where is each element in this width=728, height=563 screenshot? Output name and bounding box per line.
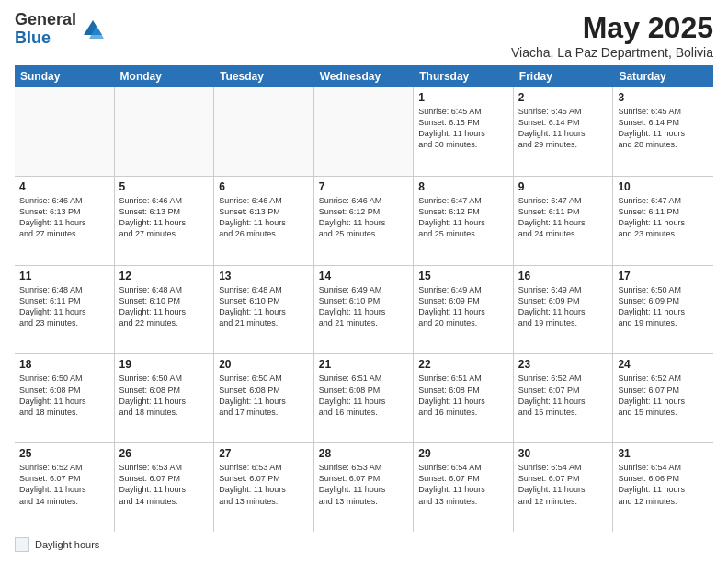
cal-cell-7: 7Sunrise: 6:46 AM Sunset: 6:12 PM Daylig…	[314, 177, 415, 265]
cal-cell-14: 14Sunrise: 6:49 AM Sunset: 6:10 PM Dayli…	[314, 266, 415, 354]
calendar-header: SundayMondayTuesdayWednesdayThursdayFrid…	[15, 65, 713, 87]
cal-cell-13: 13Sunrise: 6:48 AM Sunset: 6:10 PM Dayli…	[214, 266, 314, 354]
day-info: Sunrise: 6:48 AM Sunset: 6:10 PM Dayligh…	[119, 284, 210, 329]
day-number: 6	[219, 180, 309, 193]
day-number: 29	[418, 447, 508, 460]
cal-cell-18: 18Sunrise: 6:50 AM Sunset: 6:08 PM Dayli…	[15, 354, 115, 442]
day-number: 14	[319, 270, 409, 282]
day-info: Sunrise: 6:53 AM Sunset: 6:07 PM Dayligh…	[219, 462, 309, 507]
day-info: Sunrise: 6:45 AM Sunset: 6:14 PM Dayligh…	[518, 106, 609, 151]
page: General Blue May 2025 Viacha, La Paz Dep…	[0, 0, 728, 563]
day-number: 1	[418, 91, 508, 104]
cal-cell-25: 25Sunrise: 6:52 AM Sunset: 6:07 PM Dayli…	[15, 443, 115, 532]
cal-cell-5: 5Sunrise: 6:46 AM Sunset: 6:13 PM Daylig…	[115, 177, 215, 265]
day-number: 9	[518, 180, 609, 193]
day-number: 17	[618, 270, 709, 282]
day-info: Sunrise: 6:47 AM Sunset: 6:11 PM Dayligh…	[518, 195, 609, 240]
day-number: 19	[119, 358, 210, 371]
day-number: 2	[518, 91, 609, 104]
day-number: 16	[518, 270, 609, 282]
day-info: Sunrise: 6:53 AM Sunset: 6:07 PM Dayligh…	[319, 462, 409, 507]
day-info: Sunrise: 6:48 AM Sunset: 6:10 PM Dayligh…	[219, 284, 309, 329]
cal-cell-1: 1Sunrise: 6:45 AM Sunset: 6:15 PM Daylig…	[414, 87, 514, 176]
day-number: 13	[219, 270, 309, 282]
day-info: Sunrise: 6:46 AM Sunset: 6:13 PM Dayligh…	[219, 195, 309, 240]
day-info: Sunrise: 6:48 AM Sunset: 6:11 PM Dayligh…	[19, 284, 109, 329]
cal-cell-6: 6Sunrise: 6:46 AM Sunset: 6:13 PM Daylig…	[214, 177, 314, 265]
day-number: 25	[19, 447, 109, 460]
cal-cell-4: 4Sunrise: 6:46 AM Sunset: 6:13 PM Daylig…	[15, 177, 115, 265]
day-number: 30	[518, 447, 609, 460]
day-number: 21	[319, 358, 409, 371]
day-info: Sunrise: 6:54 AM Sunset: 6:07 PM Dayligh…	[518, 462, 609, 507]
cal-cell-27: 27Sunrise: 6:53 AM Sunset: 6:07 PM Dayli…	[214, 443, 314, 532]
cal-cell-28: 28Sunrise: 6:53 AM Sunset: 6:07 PM Dayli…	[314, 443, 415, 532]
cal-cell-31: 31Sunrise: 6:54 AM Sunset: 6:06 PM Dayli…	[613, 443, 713, 532]
day-number: 27	[219, 447, 309, 460]
day-info: Sunrise: 6:46 AM Sunset: 6:13 PM Dayligh…	[19, 195, 109, 240]
cal-cell-21: 21Sunrise: 6:51 AM Sunset: 6:08 PM Dayli…	[314, 354, 415, 442]
day-number: 10	[618, 180, 709, 193]
day-info: Sunrise: 6:52 AM Sunset: 6:07 PM Dayligh…	[618, 373, 709, 418]
day-number: 26	[119, 447, 210, 460]
header-day-friday: Friday	[514, 65, 614, 87]
logo: General Blue	[15, 11, 106, 48]
day-number: 3	[618, 91, 709, 104]
cal-cell-24: 24Sunrise: 6:52 AM Sunset: 6:07 PM Dayli…	[613, 354, 713, 442]
day-number: 8	[418, 180, 508, 193]
day-info: Sunrise: 6:45 AM Sunset: 6:15 PM Dayligh…	[418, 106, 508, 151]
header-day-monday: Monday	[115, 65, 215, 87]
header: General Blue May 2025 Viacha, La Paz Dep…	[15, 11, 713, 60]
day-info: Sunrise: 6:50 AM Sunset: 6:08 PM Dayligh…	[19, 373, 109, 418]
legend-label: Daylight hours	[35, 539, 99, 550]
cal-cell-9: 9Sunrise: 6:47 AM Sunset: 6:11 PM Daylig…	[514, 177, 614, 265]
cal-cell-22: 22Sunrise: 6:51 AM Sunset: 6:08 PM Dayli…	[414, 354, 514, 442]
header-day-tuesday: Tuesday	[214, 65, 314, 87]
day-info: Sunrise: 6:50 AM Sunset: 6:08 PM Dayligh…	[219, 373, 309, 418]
header-day-thursday: Thursday	[414, 65, 514, 87]
cal-cell-empty-2	[214, 87, 314, 176]
cal-cell-26: 26Sunrise: 6:53 AM Sunset: 6:07 PM Dayli…	[115, 443, 215, 532]
logo-blue: Blue	[15, 29, 76, 48]
calendar-week-3: 18Sunrise: 6:50 AM Sunset: 6:08 PM Dayli…	[15, 354, 713, 443]
cal-cell-17: 17Sunrise: 6:50 AM Sunset: 6:09 PM Dayli…	[613, 266, 713, 354]
calendar-week-2: 11Sunrise: 6:48 AM Sunset: 6:11 PM Dayli…	[15, 266, 713, 355]
cal-cell-29: 29Sunrise: 6:54 AM Sunset: 6:07 PM Dayli…	[414, 443, 514, 532]
day-info: Sunrise: 6:45 AM Sunset: 6:14 PM Dayligh…	[618, 106, 709, 151]
cal-cell-empty-1	[115, 87, 215, 176]
cal-cell-23: 23Sunrise: 6:52 AM Sunset: 6:07 PM Dayli…	[514, 354, 614, 442]
cal-cell-20: 20Sunrise: 6:50 AM Sunset: 6:08 PM Dayli…	[214, 354, 314, 442]
header-day-saturday: Saturday	[613, 65, 713, 87]
day-number: 4	[19, 180, 109, 193]
day-info: Sunrise: 6:50 AM Sunset: 6:08 PM Dayligh…	[119, 373, 210, 418]
day-number: 11	[19, 270, 109, 282]
day-number: 22	[418, 358, 508, 371]
day-info: Sunrise: 6:47 AM Sunset: 6:11 PM Dayligh…	[618, 195, 709, 240]
cal-cell-empty-0	[15, 87, 115, 176]
cal-cell-12: 12Sunrise: 6:48 AM Sunset: 6:10 PM Dayli…	[115, 266, 215, 354]
calendar-body: 1Sunrise: 6:45 AM Sunset: 6:15 PM Daylig…	[15, 87, 713, 532]
subtitle: Viacha, La Paz Department, Bolivia	[511, 45, 713, 60]
cal-cell-2: 2Sunrise: 6:45 AM Sunset: 6:14 PM Daylig…	[514, 87, 614, 176]
cal-cell-10: 10Sunrise: 6:47 AM Sunset: 6:11 PM Dayli…	[613, 177, 713, 265]
cal-cell-8: 8Sunrise: 6:47 AM Sunset: 6:12 PM Daylig…	[414, 177, 514, 265]
day-info: Sunrise: 6:50 AM Sunset: 6:09 PM Dayligh…	[618, 284, 709, 329]
month-title: May 2025	[511, 11, 713, 45]
calendar-week-0: 1Sunrise: 6:45 AM Sunset: 6:15 PM Daylig…	[15, 87, 713, 177]
day-info: Sunrise: 6:52 AM Sunset: 6:07 PM Dayligh…	[19, 462, 109, 507]
day-info: Sunrise: 6:54 AM Sunset: 6:06 PM Dayligh…	[618, 462, 709, 507]
day-info: Sunrise: 6:49 AM Sunset: 6:09 PM Dayligh…	[518, 284, 609, 329]
day-info: Sunrise: 6:49 AM Sunset: 6:09 PM Dayligh…	[418, 284, 508, 329]
day-number: 15	[418, 270, 508, 282]
cal-cell-15: 15Sunrise: 6:49 AM Sunset: 6:09 PM Dayli…	[414, 266, 514, 354]
legend-box	[15, 537, 29, 552]
title-block: May 2025 Viacha, La Paz Department, Boli…	[511, 11, 713, 60]
day-number: 20	[219, 358, 309, 371]
calendar: SundayMondayTuesdayWednesdayThursdayFrid…	[15, 65, 713, 532]
day-info: Sunrise: 6:52 AM Sunset: 6:07 PM Dayligh…	[518, 373, 609, 418]
day-number: 23	[518, 358, 609, 371]
header-day-wednesday: Wednesday	[314, 65, 415, 87]
day-number: 31	[618, 447, 709, 460]
logo-icon	[80, 17, 106, 42]
cal-cell-16: 16Sunrise: 6:49 AM Sunset: 6:09 PM Dayli…	[514, 266, 614, 354]
